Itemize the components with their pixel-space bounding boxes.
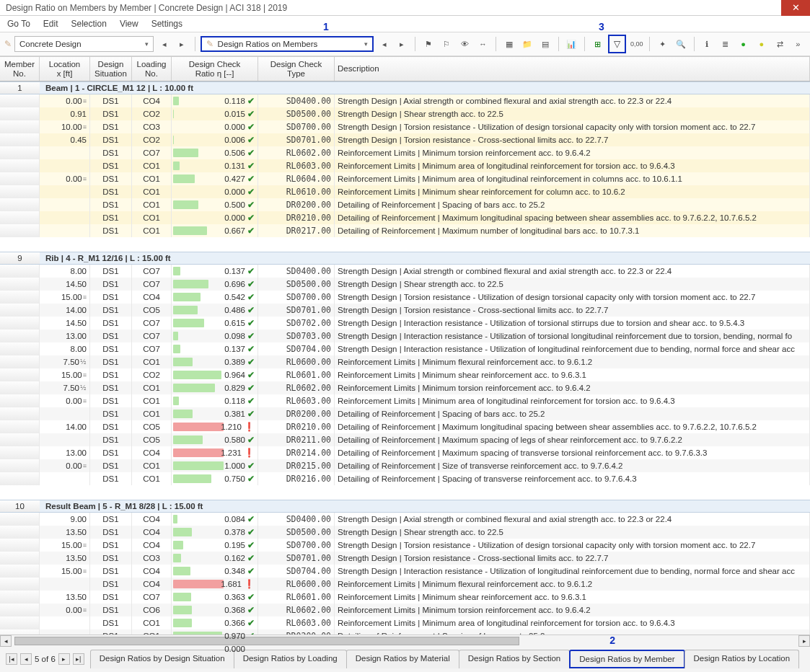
pager-first[interactable]: |◂ — [6, 653, 17, 665]
table-row[interactable]: DS1 CO1 0.500✔ DR0200.00 Detailing of Re… — [0, 198, 810, 211]
close-button[interactable]: ✕ — [781, 0, 810, 16]
table-row[interactable]: DS1 CO1 0.667✔ DR0217.00 Detailing of Re… — [0, 224, 810, 237]
grid-icon[interactable]: ▤ — [537, 36, 553, 52]
pencil-icon: ✎ — [206, 39, 213, 49]
table-row[interactable]: DS1 CO1 0.131✔ RL0603.00 Reinforcement L… — [0, 159, 810, 172]
table-row[interactable]: DS1 CO4 1.681❗ RL0600.00 Reinforcement L… — [0, 578, 810, 591]
table-row[interactable]: DS1 CO1 0.381✔ DR0200.00 Detailing of Re… — [0, 407, 810, 420]
swap-icon[interactable]: ⇄ — [772, 36, 787, 52]
pager-next[interactable]: ▸ — [58, 653, 70, 665]
col-ratio[interactable]: Design CheckRatio η [--] — [172, 57, 258, 81]
col-situation[interactable]: DesignSituation — [90, 57, 132, 81]
col-location[interactable]: Locationx [ft] — [40, 57, 90, 81]
table-row[interactable]: 15.00≡ DS1 CO4 0.348✔ SD0704.00 Strength… — [0, 565, 810, 578]
dimension-icon[interactable]: ↔ — [475, 36, 490, 52]
table-row[interactable]: 14.50 DS1 CO7 0.615✔ SD0702.00 Strength … — [0, 317, 810, 330]
table-row[interactable]: 7.50⅟₂ DS1 CO1 0.829✔ RL0602.00 Reinforc… — [0, 381, 810, 394]
table-row[interactable]: 0.00≡ DS1 CO1 1.000✔ DR0215.00 Detailing… — [0, 459, 810, 472]
flag2-icon[interactable]: ⚐ — [439, 36, 454, 52]
next-view-button[interactable]: ▸ — [394, 36, 410, 52]
menu-view[interactable]: View — [120, 19, 138, 29]
check-icon: ✔ — [247, 344, 255, 354]
tab-design-ratios-by-design-situation[interactable]: Design Ratios by Design Situation — [90, 650, 234, 668]
table-row[interactable]: 14.50 DS1 CO7 0.696✔ SD0500.00 Strength … — [0, 278, 810, 291]
col-description[interactable]: Description — [335, 57, 810, 81]
cell-loading: CO4 — [132, 539, 172, 552]
table-row[interactable]: 10.00≡ DS1 CO3 0.000✔ SD0700.00 Strength… — [0, 120, 810, 133]
table-row[interactable]: 0.00≡ DS1 CO1 0.118✔ RL0603.00 Reinforce… — [0, 394, 810, 407]
pager-prev[interactable]: ◂ — [20, 653, 32, 665]
menu-settings[interactable]: Settings — [151, 19, 182, 29]
tab-design-ratios-by-member[interactable]: Design Ratios by Member — [569, 650, 684, 668]
table-row[interactable]: DS1 CO1 0.000✔ RL0610.00 Reinforcement L… — [0, 185, 810, 198]
table-row[interactable]: 8.00 DS1 CO7 0.137✔ SD0400.00 Strength D… — [0, 265, 810, 278]
tab-design-ratios-by-location[interactable]: Design Ratios by Location — [684, 650, 800, 668]
design-type-combo[interactable]: Concrete Design ▾ — [14, 36, 154, 52]
cell-situation: DS1 — [90, 407, 132, 420]
prev-design-button[interactable]: ◂ — [157, 36, 172, 52]
table-row[interactable]: 13.00 DS1 CO7 0.098✔ SD0703.00 Strength … — [0, 330, 810, 342]
menu-edit[interactable]: Edit — [43, 19, 58, 29]
cell-situation: DS1 — [90, 317, 132, 330]
menu-goto[interactable]: Go To — [7, 19, 30, 29]
dot-green-icon[interactable]: ● — [736, 36, 751, 52]
col-type[interactable]: Design CheckType — [258, 57, 335, 81]
check-icon: ✔ — [247, 566, 255, 576]
search-icon[interactable]: 🔍 — [673, 36, 688, 52]
menu-selection[interactable]: Selection — [71, 19, 107, 29]
folder-icon[interactable]: 📁 — [519, 36, 534, 52]
table-row[interactable]: 14.00 DS1 CO5 1.210❗ DR0210.00 Detailing… — [0, 420, 810, 433]
table-row[interactable]: 15.00≡ DS1 CO4 0.542✔ SD0700.00 Strength… — [0, 291, 810, 304]
table-row[interactable]: 0.00≡ DS1 CO1 0.427✔ RL0604.00 Reinforce… — [0, 172, 810, 185]
stack-icon[interactable]: ≣ — [718, 36, 733, 52]
flag-icon[interactable]: ⚑ — [421, 36, 436, 52]
table-row[interactable]: 0.45 DS1 CO2 0.006✔ SD0701.00 Strength D… — [0, 133, 810, 146]
scroll-right-icon[interactable]: ▸ — [798, 635, 810, 647]
table-row[interactable]: 13.50 DS1 CO4 0.378✔ SD0500.00 Strength … — [0, 526, 810, 539]
excel-icon[interactable]: ⊞ — [590, 36, 605, 52]
next-design-button[interactable]: ▸ — [174, 36, 190, 52]
cell-type: RL0602.00 — [258, 381, 335, 394]
table-row[interactable]: DS1 CO1 0.000✔ DR0210.00 Detailing of Re… — [0, 211, 810, 224]
table-row[interactable]: 13.50 DS1 CO3 0.162✔ SD0701.00 Strength … — [0, 552, 810, 565]
filter-button[interactable]: ▽ — [608, 35, 626, 53]
table-row[interactable]: 0.91 DS1 CO2 0.015✔ SD0500.00 Strength D… — [0, 107, 810, 120]
wand-icon[interactable]: ✦ — [655, 36, 670, 52]
tab-design-ratios-by-loading[interactable]: Design Ratios by Loading — [234, 650, 347, 668]
table-row[interactable]: 7.50⅟₂ DS1 CO1 0.389✔ RL0600.00 Reinforc… — [0, 355, 810, 368]
overflow-icon[interactable]: » — [791, 36, 806, 52]
pager-last[interactable]: ▸| — [73, 653, 84, 665]
info-icon[interactable]: ℹ — [700, 36, 715, 52]
horizontal-scrollbar[interactable]: ◂ ▸ — [0, 635, 810, 647]
table-row[interactable]: DS1 CO5 0.580✔ DR0211.00 Detailing of Re… — [0, 433, 810, 446]
table-row[interactable]: DS1 CO7 0.506✔ RL0602.00 Reinforcement L… — [0, 146, 810, 159]
table-row[interactable]: 9.00 DS1 CO4 0.084✔ SD0400.00 Strength D… — [0, 513, 810, 526]
scroll-thumb[interactable] — [14, 637, 519, 645]
table-row[interactable]: 14.00 DS1 CO5 0.486✔ SD0701.00 Strength … — [0, 304, 810, 317]
tab-design-ratios-by-section[interactable]: Design Ratios by Section — [459, 650, 570, 668]
table-row[interactable]: 15.00≡ DS1 CO4 0.195✔ SD0700.00 Strength… — [0, 539, 810, 552]
prev-view-button[interactable]: ◂ — [377, 36, 392, 52]
table-row[interactable]: 0.00≡ DS1 CO6 0.368✔ RL0602.00 Reinforce… — [0, 604, 810, 616]
dot-yellow-icon[interactable]: ● — [754, 36, 769, 52]
table-row[interactable]: 15.00≡ DS1 CO2 0.964✔ RL0601.00 Reinforc… — [0, 368, 810, 381]
group-header[interactable]: 10Result Beam | 5 - R_M1 8/28 | L : 15.0… — [0, 500, 810, 513]
cell-type: SD0704.00 — [258, 342, 335, 355]
chart-icon[interactable]: 📊 — [564, 36, 579, 52]
col-member-no[interactable]: MemberNo. — [0, 57, 40, 81]
table-row[interactable]: DS1 CO1 0.750✔ DR0216.00 Detailing of Re… — [0, 472, 810, 485]
view-combo[interactable]: ✎ Design Ratios on Members ▾ — [201, 36, 374, 52]
table-row[interactable]: 8.00 DS1 CO7 0.137✔ SD0704.00 Strength D… — [0, 342, 810, 355]
table-row[interactable]: 13.00 DS1 CO4 1.231❗ DR0214.00 Detailing… — [0, 446, 810, 459]
col-loading[interactable]: LoadingNo. — [132, 57, 172, 81]
scroll-left-icon[interactable]: ◂ — [0, 635, 12, 647]
eye-icon[interactable]: 👁 — [457, 36, 472, 52]
table-row[interactable]: 13.50 DS1 CO7 0.363✔ RL0601.00 Reinforce… — [0, 591, 810, 604]
table-row[interactable]: 0.00≡ DS1 CO4 0.118✔ SD0400.00 Strength … — [0, 94, 810, 107]
group-header[interactable]: 1Beam | 1 - CIRCLE_M1 12 | L : 10.00 ft — [0, 81, 810, 94]
table-icon[interactable]: ▦ — [501, 36, 516, 52]
table-row[interactable]: DS1 CO1 0.366✔ RL0603.00 Reinforcement L… — [0, 616, 810, 629]
group-header[interactable]: 9Rib | 4 - R_M1 12/16 | L : 15.00 ft — [0, 252, 810, 265]
decimal-icon[interactable]: 0,00 — [629, 36, 644, 52]
tab-design-ratios-by-material[interactable]: Design Ratios by Material — [346, 650, 459, 668]
